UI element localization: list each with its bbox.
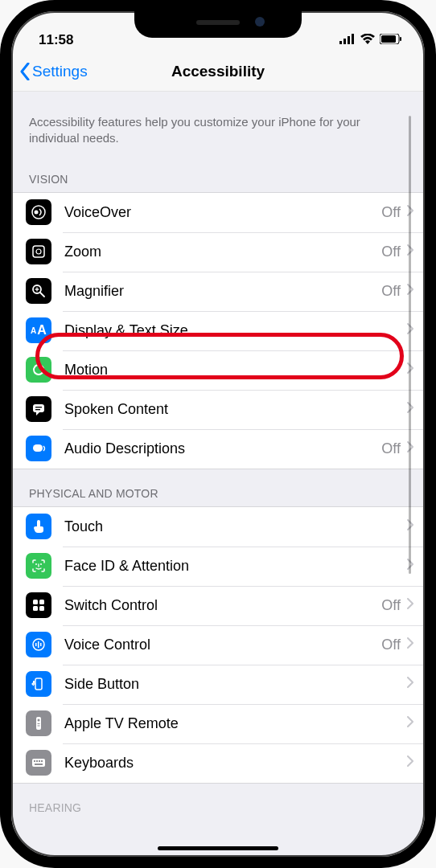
list-vision: VoiceOver Off Zoom Off Magnifi [11, 192, 425, 469]
row-label: Zoom [64, 244, 381, 260]
svg-rect-36 [38, 723, 40, 724]
chevron-right-icon [407, 755, 413, 770]
keyboard-icon [26, 750, 51, 776]
zoom-icon [26, 239, 51, 264]
audio-descriptions-icon [26, 436, 51, 461]
svg-point-7 [32, 206, 45, 219]
row-spoken-content[interactable]: Spoken Content [11, 390, 425, 429]
svg-rect-31 [40, 643, 42, 646]
voice-control-icon [26, 632, 51, 657]
svg-rect-19 [35, 409, 40, 410]
row-keyboards[interactable]: Keyboards [11, 743, 425, 783]
back-button[interactable]: Settings [19, 63, 88, 80]
svg-point-10 [36, 249, 41, 254]
row-detail: Off [381, 244, 401, 260]
svg-rect-3 [352, 34, 354, 44]
svg-rect-42 [41, 760, 43, 762]
faceid-icon [26, 553, 51, 579]
svg-rect-41 [39, 760, 40, 762]
row-label: Side Button [64, 676, 407, 693]
row-side-button[interactable]: Side Button [11, 665, 425, 704]
row-label: Magnifier [64, 283, 381, 300]
svg-line-12 [40, 293, 44, 297]
svg-rect-1 [343, 39, 346, 44]
row-detail: Off [381, 597, 401, 614]
motion-icon [26, 357, 51, 383]
side-button-icon [26, 671, 51, 697]
svg-rect-24 [33, 600, 38, 604]
switch-control-icon [26, 592, 51, 618]
magnifier-icon [26, 278, 51, 304]
svg-rect-5 [381, 35, 396, 43]
svg-rect-17 [33, 404, 44, 412]
volume-up [0, 169, 2, 217]
home-indicator[interactable] [158, 846, 278, 850]
row-voice-control[interactable]: Voice Control Off [11, 625, 425, 665]
wifi-icon [360, 32, 375, 48]
svg-rect-43 [35, 764, 43, 765]
intro-text: Accessibility features help you customiz… [11, 92, 425, 155]
back-label: Settings [32, 63, 88, 80]
voiceover-icon [26, 199, 51, 225]
row-label: Audio Descriptions [64, 440, 381, 457]
row-faceid[interactable]: Face ID & Attention [11, 547, 425, 586]
svg-rect-9 [33, 246, 44, 257]
nav-bar: Settings Accessibility [11, 51, 425, 92]
svg-rect-18 [35, 407, 42, 407]
settings-scroll[interactable]: Accessibility features help you customiz… [11, 92, 425, 857]
volume-down [0, 233, 2, 281]
row-switch-control[interactable]: Switch Control Off [11, 586, 425, 625]
row-label: VoiceOver [64, 204, 381, 221]
svg-rect-26 [33, 606, 38, 611]
svg-point-21 [35, 563, 37, 565]
mute-switch [0, 121, 2, 148]
touch-icon [26, 514, 51, 539]
row-label: Touch [64, 518, 407, 535]
section-header-vision: VISION [11, 155, 425, 192]
status-time: 11:58 [39, 32, 73, 48]
svg-rect-0 [339, 41, 342, 44]
row-label: Switch Control [64, 597, 381, 614]
row-label: Spoken Content [64, 401, 407, 418]
svg-rect-38 [32, 759, 45, 767]
row-label: Keyboards [64, 755, 407, 772]
svg-point-35 [38, 719, 40, 722]
svg-point-8 [35, 211, 39, 215]
row-label: Voice Control [64, 637, 381, 653]
page-title: Accessibility [171, 63, 265, 80]
row-voiceover[interactable]: VoiceOver Off [11, 193, 425, 232]
section-header-motor: PHYSICAL AND MOTOR [11, 469, 425, 506]
svg-rect-30 [38, 641, 39, 648]
row-zoom[interactable]: Zoom Off [11, 232, 425, 272]
row-apple-tv-remote[interactable]: Apple TV Remote [11, 704, 425, 743]
svg-rect-27 [39, 606, 44, 611]
chevron-left-icon [19, 63, 31, 80]
svg-rect-32 [35, 678, 42, 690]
row-display-text-size[interactable]: AA Display & Text Size [11, 311, 425, 350]
row-detail: Off [381, 637, 401, 653]
chevron-right-icon [407, 716, 413, 731]
svg-rect-2 [348, 36, 350, 44]
chevron-right-icon [407, 637, 413, 652]
row-detail: Off [381, 283, 401, 300]
row-label: Apple TV Remote [64, 715, 407, 732]
row-detail: Off [381, 204, 401, 221]
row-motion[interactable]: Motion [11, 350, 425, 390]
svg-rect-29 [35, 643, 37, 646]
svg-rect-20 [33, 444, 43, 452]
scroll-indicator [409, 116, 411, 574]
device-notch [134, 9, 302, 38]
battery-icon [380, 32, 402, 48]
cellular-icon [339, 32, 356, 48]
row-label: Face ID & Attention [64, 558, 407, 575]
row-magnifier[interactable]: Magnifier Off [11, 272, 425, 311]
section-header-hearing: HEARING [11, 784, 425, 821]
svg-point-22 [40, 563, 42, 565]
tv-remote-icon [26, 710, 51, 736]
chevron-right-icon [407, 598, 413, 612]
row-audio-descriptions[interactable]: Audio Descriptions Off [11, 429, 425, 469]
list-motor: Touch Face ID & Attention Switch Control [11, 506, 425, 784]
svg-rect-39 [34, 760, 35, 762]
svg-rect-25 [39, 600, 44, 604]
row-touch[interactable]: Touch [11, 507, 425, 547]
